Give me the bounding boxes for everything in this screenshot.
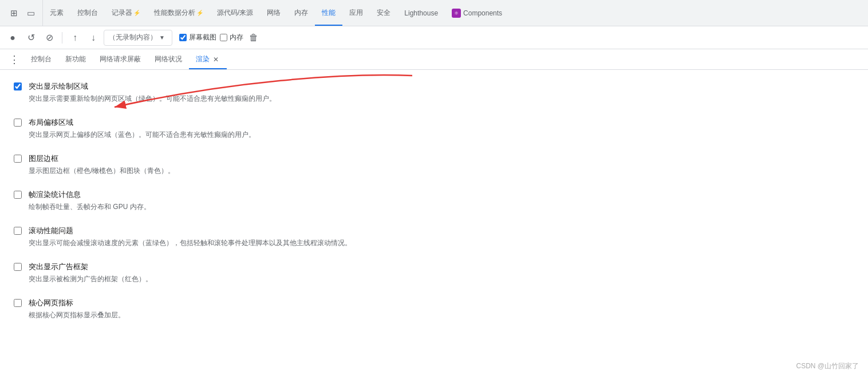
layout-shift-desc: 突出显示网页上偏移的区域（蓝色）。可能不适合患有光敏性癫痫的用户。 xyxy=(29,129,255,140)
nav-item-perf-data[interactable]: 性能数据分析 ⚡ xyxy=(147,0,210,26)
option-highlight-repaint: 突出显示绘制区域 突出显示需要重新绘制的网页区域（绿色）。可能不适合患有光敏性癫… xyxy=(14,81,854,104)
nav-item-application[interactable]: 应用 xyxy=(342,0,370,26)
option-scroll-perf-content: 滚动性能问题 突出显示可能会减慢滚动速度的元素（蓝绿色），包括轻触和滚轮事件处理… xyxy=(29,226,352,248)
top-nav-bar: ⊞ ▭ 元素 控制台 记录器 ⚡ 性能数据分析 ⚡ 源代码/来源 网络 内存 性… xyxy=(0,0,868,26)
memory-checkbox-label[interactable]: 内存 xyxy=(220,33,243,42)
ad-frames-checkbox[interactable] xyxy=(14,263,22,271)
option-core-vitals-content: 核心网页指标 根据核心网页指标显示叠加层。 xyxy=(29,298,125,320)
frame-rendering-title: 帧渲染统计信息 xyxy=(29,190,151,200)
screenshot-checkbox-label[interactable]: 屏幕截图 xyxy=(179,33,216,42)
highlight-repaint-title: 突出显示绘制区域 xyxy=(29,81,276,92)
nav-item-performance[interactable]: 性能 xyxy=(315,0,342,26)
sec-nav-item-console[interactable]: 控制台 xyxy=(24,49,58,69)
nav-item-network[interactable]: 网络 xyxy=(260,0,287,26)
more-tabs-icon[interactable]: ⋮ xyxy=(5,53,24,66)
core-vitals-checkbox[interactable] xyxy=(14,299,22,307)
nav-item-components[interactable]: ⚛ Components xyxy=(445,0,509,26)
devtools-icons: ⊞ ▭ xyxy=(2,0,43,26)
ad-frames-desc: 突出显示被检测为广告的框架（红色）。 xyxy=(29,274,152,284)
upload-button[interactable]: ↑ xyxy=(67,30,83,46)
nav-item-source[interactable]: 源代码/来源 xyxy=(210,0,260,26)
toolbar-options: 屏幕截图 内存 🗑 xyxy=(179,30,261,45)
sec-nav-item-network-block[interactable]: 网络请求屏蔽 xyxy=(93,49,148,69)
performance-toolbar: ● ↺ ⊘ ↑ ↓ （无录制内容） ▼ 屏幕截图 内存 🗑 xyxy=(0,26,868,49)
nav-item-memory[interactable]: 内存 xyxy=(287,0,315,26)
devtools-panel-icon[interactable]: ▭ xyxy=(23,5,39,21)
option-frame-rendering: 帧渲染统计信息 绘制帧吞吐量、丢帧分布和 GPU 内存。 xyxy=(14,190,854,212)
scroll-perf-checkbox[interactable] xyxy=(14,227,22,235)
secondary-nav-bar: ⋮ 控制台 新功能 网络请求屏蔽 网络状况 渲染 ✕ xyxy=(0,49,868,70)
memory-checkbox[interactable] xyxy=(220,34,227,41)
scroll-perf-title: 滚动性能问题 xyxy=(29,226,352,236)
core-vitals-title: 核心网页指标 xyxy=(29,298,125,308)
option-highlight-repaint-content: 突出显示绘制区域 突出显示需要重新绘制的网页区域（绿色）。可能不适合患有光敏性癫… xyxy=(29,81,276,104)
option-layer-borders: 图层边框 显示图层边框（橙色/橄榄色）和图块（青色）。 xyxy=(14,153,854,176)
option-core-vitals: 核心网页指标 根据核心网页指标显示叠加层。 xyxy=(14,298,854,320)
screenshot-label: 屏幕截图 xyxy=(189,33,216,42)
option-layer-borders-content: 图层边框 显示图层边框（橙色/橄榄色）和图块（青色）。 xyxy=(29,153,175,176)
option-frame-rendering-content: 帧渲染统计信息 绘制帧吞吐量、丢帧分布和 GPU 内存。 xyxy=(29,190,151,212)
memory-label: 内存 xyxy=(230,33,243,42)
layer-borders-title: 图层边框 xyxy=(29,153,175,164)
download-button[interactable]: ↓ xyxy=(85,30,101,46)
perf-data-badge: ⚡ xyxy=(196,10,203,16)
screenshot-checkbox[interactable] xyxy=(179,34,187,41)
highlight-repaint-desc: 突出显示需要重新绘制的网页区域（绿色）。可能不适合患有光敏性癫痫的用户。 xyxy=(29,93,276,104)
layer-borders-checkbox[interactable] xyxy=(14,155,22,163)
core-vitals-desc: 根据核心网页指标显示叠加层。 xyxy=(29,310,125,320)
toolbar-divider-1 xyxy=(62,32,62,44)
scroll-perf-desc: 突出显示可能会减慢滚动速度的元素（蓝绿色），包括轻触和滚轮事件处理脚本以及其他主… xyxy=(29,238,352,248)
record-button[interactable]: ● xyxy=(5,30,21,46)
nav-item-lighthouse[interactable]: Lighthouse xyxy=(397,0,445,26)
layer-borders-desc: 显示图层边框（橙色/橄榄色）和图块（青色）。 xyxy=(29,166,175,176)
nav-item-security[interactable]: 安全 xyxy=(370,0,397,26)
components-icon: ⚛ xyxy=(452,9,461,18)
reload-button[interactable]: ↺ xyxy=(23,30,39,46)
recording-placeholder: （无录制内容） xyxy=(109,33,157,42)
sec-nav-item-newfeature[interactable]: 新功能 xyxy=(58,49,93,69)
nav-item-recorder[interactable]: 记录器 ⚡ xyxy=(105,0,147,26)
dropdown-arrow-icon: ▼ xyxy=(159,34,165,41)
trash-button[interactable]: 🗑 xyxy=(247,30,261,45)
frame-rendering-desc: 绘制帧吞吐量、丢帧分布和 GPU 内存。 xyxy=(29,202,151,212)
nav-item-elements[interactable]: 元素 xyxy=(43,0,70,26)
layout-shift-checkbox[interactable] xyxy=(14,119,22,127)
sec-nav-item-render[interactable]: 渲染 ✕ xyxy=(189,49,227,69)
nav-item-console[interactable]: 控制台 xyxy=(70,0,105,26)
option-layout-shift: 布局偏移区域 突出显示网页上偏移的区域（蓝色）。可能不适合患有光敏性癫痫的用户。 xyxy=(14,117,854,140)
close-render-tab-icon[interactable]: ✕ xyxy=(212,54,220,65)
option-ad-frames: 突出显示广告框架 突出显示被检测为广告的框架（红色）。 xyxy=(14,262,854,284)
nav-items: 元素 控制台 记录器 ⚡ 性能数据分析 ⚡ 源代码/来源 网络 内存 性能 应用… xyxy=(43,0,866,26)
sec-nav-item-network-status[interactable]: 网络状况 xyxy=(148,49,189,69)
option-scroll-perf: 滚动性能问题 突出显示可能会减慢滚动速度的元素（蓝绿色），包括轻触和滚轮事件处理… xyxy=(14,226,854,248)
recording-dropdown[interactable]: （无录制内容） ▼ xyxy=(104,30,172,46)
clear-button[interactable]: ⊘ xyxy=(41,30,57,46)
highlight-repaint-checkbox[interactable] xyxy=(14,82,22,90)
main-content: 突出显示绘制区域 突出显示需要重新绘制的网页区域（绿色）。可能不适合患有光敏性癫… xyxy=(0,70,868,345)
recorder-badge: ⚡ xyxy=(133,10,140,16)
frame-rendering-checkbox[interactable] xyxy=(14,191,22,199)
option-ad-frames-content: 突出显示广告框架 突出显示被检测为广告的框架（红色）。 xyxy=(29,262,152,284)
option-layout-shift-content: 布局偏移区域 突出显示网页上偏移的区域（蓝色）。可能不适合患有光敏性癫痫的用户。 xyxy=(29,117,255,140)
layout-shift-title: 布局偏移区域 xyxy=(29,117,255,128)
devtools-grid-icon[interactable]: ⊞ xyxy=(6,5,22,21)
ad-frames-title: 突出显示广告框架 xyxy=(29,262,152,272)
